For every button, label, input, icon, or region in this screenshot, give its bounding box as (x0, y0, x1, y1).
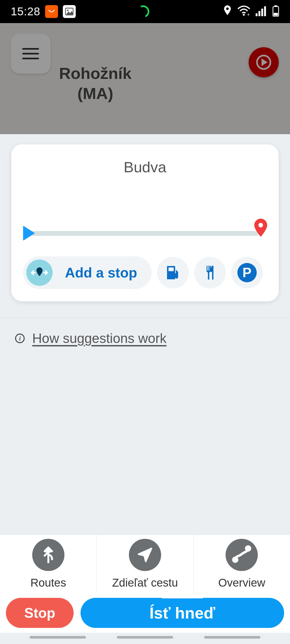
route-start-icon (23, 226, 35, 241)
tab-overview-label: Overview (218, 576, 265, 589)
how-suggestions-link[interactable]: How suggestions work (32, 331, 166, 346)
svg-point-1 (67, 10, 69, 11)
stop-button[interactable]: Stop (6, 598, 74, 628)
svg-rect-8 (264, 6, 266, 16)
svg-rect-6 (259, 11, 260, 16)
destination-label: Budva (23, 158, 267, 176)
gesture-bar[interactable] (0, 636, 290, 639)
info-icon: i (15, 334, 25, 343)
svg-text:+: + (247, 12, 250, 16)
loading-spinner-icon (135, 4, 151, 20)
how-suggestions-row[interactable]: i How suggestions work (0, 318, 290, 358)
tab-share[interactable]: Zdieľať cestu (97, 535, 193, 593)
location-status-icon (223, 5, 232, 18)
wifi-status-icon: + (237, 6, 250, 17)
svg-rect-11 (274, 13, 278, 16)
add-stop-icon (26, 259, 53, 286)
gallery-notification-icon (63, 5, 76, 18)
svg-point-12 (258, 223, 263, 227)
food-icon (202, 264, 218, 281)
svg-point-13 (233, 558, 237, 561)
route-progress[interactable] (23, 216, 267, 246)
status-time: 15:28 (11, 5, 40, 18)
bottom-sheet: Budva Add a stop (0, 134, 290, 644)
parking-icon: P (237, 263, 257, 282)
routes-icon (32, 539, 64, 571)
svg-rect-7 (261, 9, 263, 16)
add-stop-label: Add a stop (65, 265, 137, 281)
tab-routes-label: Routes (30, 576, 66, 589)
tab-overview[interactable]: Overview (194, 535, 290, 593)
battery-status-icon (272, 5, 279, 18)
route-card: Budva Add a stop (11, 144, 279, 301)
route-end-pin-icon (253, 219, 269, 239)
svg-point-2 (226, 8, 229, 10)
go-now-button[interactable]: Ísť hneď (81, 598, 284, 628)
tab-share-label: Zdieľať cestu (112, 576, 178, 589)
share-icon (129, 539, 161, 571)
bottom-tabs: Routes Zdieľať cestu Overview Stop Ísť h… (0, 535, 290, 618)
svg-point-14 (246, 546, 250, 550)
overview-icon (226, 539, 258, 571)
fuel-stop-button[interactable] (157, 257, 189, 288)
tab-routes[interactable]: Routes (0, 535, 97, 593)
parking-stop-button[interactable]: P (231, 257, 263, 288)
svg-point-3 (243, 14, 245, 16)
svg-rect-5 (256, 13, 258, 16)
food-stop-button[interactable] (194, 257, 226, 288)
signal-status-icon (256, 6, 267, 17)
notification-app-icon (45, 5, 58, 18)
add-stop-button[interactable]: Add a stop (23, 256, 152, 289)
status-bar: 15:28 + (0, 0, 290, 23)
fuel-icon (164, 264, 182, 281)
go-now-label: Ísť hneď (149, 604, 215, 622)
